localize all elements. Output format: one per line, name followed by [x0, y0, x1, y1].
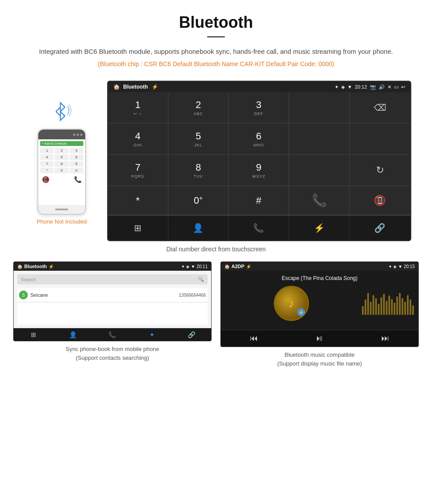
dial-key-3[interactable]: 3DEF — [229, 92, 289, 123]
music-status-bar: 🏠 A2DP ⚡ ✦ ◈ ▼ 20:15 — [221, 262, 418, 271]
location-icon: ◈ — [341, 84, 345, 90]
phonebook-content: Search 🔍 S Seicane 13566664466 — [14, 271, 211, 328]
contact-name: Seicane — [30, 292, 179, 298]
dial-refresh[interactable]: ↻ — [350, 155, 410, 186]
toolbar-contacts[interactable]: 👤 — [168, 216, 229, 240]
music-usb-icon: ⚡ — [246, 264, 251, 269]
dial-key-6[interactable]: 6MNO — [229, 123, 289, 154]
phonebook-search-bar[interactable]: Search 🔍 — [17, 274, 208, 284]
page-title: Bluetooth — [9, 13, 423, 32]
home-icon[interactable]: 🏠 — [113, 84, 120, 90]
pb-signal-icon: ▼ — [191, 264, 195, 269]
search-placeholder: Search — [21, 277, 36, 282]
music-signal-icon: ▼ — [398, 264, 402, 269]
phonebook-card: 🏠 Bluetooth ⚡ ✦ ◈ ▼ 20:11 Search 🔍 S — [13, 261, 212, 368]
page-description: Integrated with BC6 Bluetooth module, su… — [9, 46, 423, 57]
signal-icon: ▼ — [347, 84, 352, 90]
pb-call-btn[interactable]: 📞 — [93, 331, 132, 338]
dialpad-toolbar: ⊞ 👤 📞 ⚡ 🔗 — [108, 215, 410, 240]
dial-empty-4 — [289, 155, 350, 186]
pb-loc-icon: ◈ — [186, 264, 190, 269]
dial-key-9[interactable]: 9WXYZ — [229, 155, 289, 186]
dial-empty-2 — [289, 123, 350, 154]
dial-backspace[interactable]: ⌫ — [350, 92, 410, 123]
camera-icon[interactable]: 📷 — [370, 84, 376, 90]
status-right: ✦ ◈ ▼ 20:12 📷 🔊 ✕ ▭ ↩ — [335, 84, 405, 90]
music-a2dp-label: A2DP — [231, 264, 244, 269]
dial-call-red[interactable]: 📵 — [350, 186, 410, 215]
screen-icon[interactable]: ▭ — [394, 84, 398, 90]
pb-home-icon[interactable]: 🏠 — [17, 264, 22, 269]
contact-entry[interactable]: S Seicane 13566664466 — [17, 288, 208, 302]
dialpad-container: 1↩ ○ 2ABC 3DEF ⌫ 4GHI — [108, 92, 410, 240]
status-left: 🏠 Bluetooth ⚡ — [113, 84, 158, 90]
volume-icon[interactable]: 🔊 — [379, 84, 385, 90]
bluetooth-label: Bluetooth — [123, 84, 148, 90]
page-header: Bluetooth Integrated with BC6 Bluetooth … — [0, 0, 432, 81]
dialpad-row-4: * 0+ # 📞 📵 — [108, 186, 410, 215]
play-pause-btn[interactable]: ⏯ — [287, 334, 352, 343]
back-icon[interactable]: ↩ — [401, 84, 405, 90]
bt-overlay-icon: ⚡ — [298, 310, 304, 315]
contact-avatar: S — [19, 291, 28, 299]
toolbar-phone[interactable]: 📞 — [229, 216, 289, 240]
dial-key-8[interactable]: 8TUV — [168, 155, 229, 186]
pb-bt-icon: ✦ — [181, 264, 185, 269]
phonebook-screen: 🏠 Bluetooth ⚡ ✦ ◈ ▼ 20:11 Search 🔍 S — [13, 261, 212, 341]
bt-icon: ✦ — [335, 84, 339, 90]
prev-track-btn[interactable]: ⏮ — [221, 334, 287, 343]
time-display: 20:12 — [355, 84, 367, 90]
toolbar-grid[interactable]: ⊞ — [108, 216, 168, 240]
music-screen: 🏠 A2DP ⚡ ✦ ◈ ▼ 20:15 Escape (The Pina Co… — [220, 261, 419, 347]
toolbar-bluetooth[interactable]: ⚡ — [289, 216, 350, 240]
song-title: Escape (The Pina Colada Song) — [225, 275, 414, 281]
dialpad-row-1: 1↩ ○ 2ABC 3DEF ⌫ — [108, 92, 410, 123]
dial-key-4[interactable]: 4GHI — [108, 123, 168, 154]
usb-icon: ⚡ — [152, 84, 158, 90]
bluetooth-signal-icon — [51, 98, 73, 127]
pb-link-btn[interactable]: 🔗 — [171, 331, 211, 338]
dial-key-hash[interactable]: # — [229, 186, 289, 215]
phone-illustration: +Add to Contacts 123 456 789 *0# 📵 📞 — [37, 129, 86, 215]
phone-container: +Add to Contacts 123 456 789 *0# 📵 📞 Pho… — [21, 81, 103, 225]
pb-user-btn[interactable]: 👤 — [53, 331, 93, 338]
contact-phone: 13566664466 — [179, 293, 206, 298]
dial-key-0[interactable]: 0+ — [168, 186, 229, 215]
dial-call-green[interactable]: 📞 — [289, 186, 350, 215]
main-caption: Dial number direct from touchscreen — [0, 246, 432, 253]
dial-empty-3 — [350, 123, 410, 154]
next-track-btn[interactable]: ⏭ — [353, 334, 418, 343]
dial-key-1[interactable]: 1↩ ○ — [108, 92, 168, 123]
pb-bt-label: Bluetooth — [24, 264, 47, 269]
bluetooth-specs: (Bluetooth chip : CSR BC6 Default Blueto… — [9, 60, 423, 67]
dialpad-row-3: 7PQRS 8TUV 9WXYZ ↻ — [108, 155, 410, 186]
pb-grid-btn[interactable]: ⊞ — [14, 331, 53, 338]
dial-key-5[interactable]: 5JKL — [168, 123, 229, 154]
music-card: 🏠 A2DP ⚡ ✦ ◈ ▼ 20:15 Escape (The Pina Co… — [220, 261, 419, 368]
toolbar-link[interactable]: 🔗 — [350, 216, 410, 240]
music-note-icon: ♪ — [288, 296, 294, 310]
dial-key-star[interactable]: * — [108, 186, 168, 215]
music-controls: ⏮ ⏯ ⏭ — [221, 330, 418, 347]
search-icon[interactable]: 🔍 — [198, 276, 204, 282]
main-demo: +Add to Contacts 123 456 789 *0# 📵 📞 Pho… — [0, 81, 432, 241]
music-caption: Bluetooth music compatible (Support disp… — [277, 351, 362, 368]
music-content: Escape (The Pina Colada Song) ♪ ⚡ — [221, 271, 418, 330]
pb-time: 20:11 — [197, 264, 208, 269]
music-loc-icon: ◈ — [393, 264, 397, 269]
main-status-bar: 🏠 Bluetooth ⚡ ✦ ◈ ▼ 20:12 📷 🔊 ✕ ▭ ↩ — [108, 82, 410, 92]
dial-empty-1 — [289, 92, 350, 123]
album-art: ♪ ⚡ — [274, 286, 309, 321]
phonebook-status-bar: 🏠 Bluetooth ⚡ ✦ ◈ ▼ 20:11 — [14, 262, 211, 271]
pb-bt-btn[interactable]: ✦ — [132, 331, 172, 338]
music-home-icon[interactable]: 🏠 — [224, 264, 230, 269]
music-time: 20:15 — [404, 264, 415, 269]
dial-key-2[interactable]: 2ABC — [168, 92, 229, 123]
car-screen-display: 🏠 Bluetooth ⚡ ✦ ◈ ▼ 20:12 📷 🔊 ✕ ▭ ↩ — [107, 81, 411, 241]
dial-key-7[interactable]: 7PQRS — [108, 155, 168, 186]
pb-usb-icon: ⚡ — [48, 264, 54, 269]
phone-not-included-label: Phone Not Included — [37, 218, 87, 225]
close-icon[interactable]: ✕ — [387, 84, 391, 90]
equalizer — [362, 293, 414, 315]
car-screen: 🏠 Bluetooth ⚡ ✦ ◈ ▼ 20:12 📷 🔊 ✕ ▭ ↩ — [107, 81, 411, 241]
